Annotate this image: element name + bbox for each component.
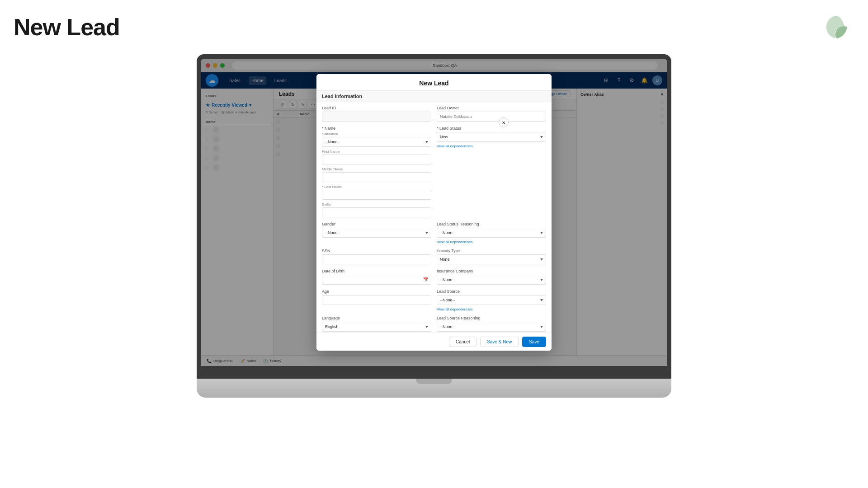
form-field-dob: Date of Birth 📅: [322, 269, 431, 285]
form-field-lead-status: * Lead Status New View all dependencies: [437, 126, 546, 217]
view-dependencies2-link[interactable]: View all dependencies: [437, 240, 546, 244]
gender-label: Gender: [322, 222, 431, 226]
annuity-type-select[interactable]: None: [437, 254, 546, 264]
suffix-sublabel: Suffix: [322, 202, 431, 206]
laptop-trackpad-notch: [416, 379, 452, 384]
name-label: * Name: [322, 126, 431, 131]
middle-name-row: Middle Name: [322, 167, 431, 182]
salutation-sublabel: Salutation: [322, 132, 431, 136]
lead-status-reasoning-label: Lead Status Reasoning: [437, 222, 546, 226]
salesforce-app: ☁ Sales Home Leads ⊞ ? ⚙ 🔔 U: [201, 72, 667, 366]
laptop-base: [197, 371, 671, 398]
age-label: Age: [322, 289, 431, 294]
salutation-row: Salutation --None--: [322, 132, 431, 147]
lead-id-label: Lead ID: [322, 106, 431, 110]
laptop-hinge: [197, 371, 671, 379]
lead-status-reasoning-select[interactable]: --None--: [437, 228, 546, 238]
suffix-row: Suffix: [322, 202, 431, 217]
form-field-ssn: SSN: [322, 249, 431, 264]
laptop-screen: Sandbox: QA ☁ Sales Home Leads ⊞ ? ⚙: [201, 59, 667, 366]
form-field-gender: Gender --None--: [322, 222, 431, 244]
laptop-container: Sandbox: QA ☁ Sales Home Leads ⊞ ? ⚙: [197, 54, 671, 398]
modal-body: Lead Information Lead ID Lead O: [316, 91, 552, 333]
form-row-language-reasoning: Language English Lead Source Reasoning: [322, 316, 546, 333]
modal-title: New Lead: [419, 80, 448, 87]
form-field-name: * Name Salutation --None--: [322, 126, 431, 217]
language-label: Language: [322, 316, 431, 320]
form-field-lead-source: Lead Source --None-- View all dependenci…: [437, 289, 546, 311]
page-title: New Lead: [14, 14, 120, 41]
language-select[interactable]: English: [322, 322, 431, 332]
lead-id-input[interactable]: [322, 112, 431, 122]
save-button[interactable]: Save: [522, 337, 546, 347]
middle-name-sublabel: Middle Name: [322, 167, 431, 171]
name-label-text: * Name: [322, 126, 335, 131]
suffix-input[interactable]: [322, 207, 431, 217]
modal-title-bar: New Lead: [316, 74, 552, 91]
lead-owner-input[interactable]: [437, 112, 546, 122]
last-name-input[interactable]: [322, 190, 431, 200]
first-name-row: First Name: [322, 150, 431, 164]
lead-status-select[interactable]: New: [437, 132, 546, 142]
name-subfields: Salutation --None-- First Name: [322, 132, 431, 217]
salutation-select[interactable]: --None--: [322, 137, 431, 147]
form-field-lead-status-reasoning: Lead Status Reasoning --None-- View all …: [437, 222, 546, 244]
form-field-lead-id: Lead ID: [322, 106, 431, 122]
dob-input[interactable]: [325, 277, 423, 282]
form-field-language: Language English: [322, 316, 431, 333]
view-dependencies3-link[interactable]: View all dependencies: [437, 307, 546, 311]
dob-input-wrapper[interactable]: 📅: [322, 275, 431, 285]
first-name-input[interactable]: [322, 155, 431, 164]
modal-form: Lead ID Lead Owner: [316, 102, 552, 333]
modal-footer: Cancel Save & New Save: [316, 333, 552, 351]
last-name-sublabel: * Last Name: [322, 185, 431, 189]
dob-label: Date of Birth: [322, 269, 431, 273]
laptop-palmrest: [197, 379, 671, 398]
ssn-label: SSN: [322, 249, 431, 253]
last-name-row: * Last Name: [322, 185, 431, 200]
ssn-input[interactable]: [322, 254, 431, 264]
save-new-button[interactable]: Save & New: [480, 337, 519, 347]
form-field-lead-owner: Lead Owner: [437, 106, 546, 122]
lead-source-label: Lead Source: [437, 289, 546, 294]
form-row-age-leadsource: Age Lead Source --None-- View all dep: [322, 289, 546, 311]
form-row-lead-id-owner: Lead ID Lead Owner: [322, 106, 546, 122]
lead-status-label: * Lead Status: [437, 126, 546, 131]
lead-source-reasoning-label: Lead Source Reasoning: [437, 316, 546, 320]
lead-source-select[interactable]: --None--: [437, 295, 546, 305]
annuity-type-label: Annuity Type: [437, 249, 546, 253]
form-row-gender-reasoning: Gender --None-- Lead Status Reasoning: [322, 222, 546, 244]
form-field-age: Age: [322, 289, 431, 311]
insurance-company-label: Insurance Company: [437, 269, 546, 273]
modal-overlay: × New Lead Lead Information: [201, 59, 667, 366]
modal-dialog: New Lead Lead Information Lead ID: [316, 74, 552, 351]
first-name-sublabel: First Name: [322, 150, 431, 154]
form-field-insurance-company: Insurance Company --None--: [437, 269, 546, 285]
modal-section-header: Lead Information: [316, 91, 552, 102]
form-row-ssn-annuity: SSN Annuity Type None: [322, 249, 546, 264]
insurance-company-select[interactable]: --None--: [437, 275, 546, 285]
app-logo: [823, 14, 850, 41]
gender-select[interactable]: --None--: [322, 228, 431, 238]
modal-close-button[interactable]: ×: [499, 117, 509, 127]
middle-name-input[interactable]: [322, 172, 431, 182]
calendar-icon: 📅: [423, 277, 428, 282]
form-row-name-status: * Name Salutation --None--: [322, 126, 546, 217]
form-field-annuity-type: Annuity Type None: [437, 249, 546, 264]
form-row-dob-insurance: Date of Birth 📅 Insurance Company: [322, 269, 546, 285]
laptop-screen-body: Sandbox: QA ☁ Sales Home Leads ⊞ ? ⚙: [197, 54, 671, 371]
lead-owner-label: Lead Owner: [437, 106, 546, 110]
lead-source-reasoning-select[interactable]: --None--: [437, 322, 546, 332]
cancel-button[interactable]: Cancel: [449, 337, 476, 347]
form-field-lead-source-reasoning: Lead Source Reasoning --None-- View all …: [437, 316, 546, 333]
age-input[interactable]: [322, 295, 431, 305]
lead-status-section: New View all dependencies: [437, 132, 546, 148]
view-dependencies-link[interactable]: View all dependencies: [437, 144, 546, 148]
